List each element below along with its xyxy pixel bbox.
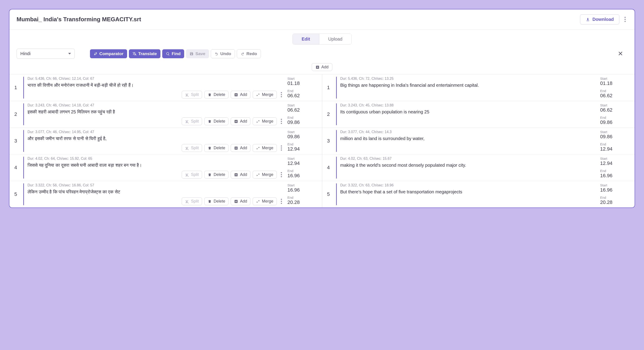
right-pane: 1 Dur: 5.436, Ch: 72, Ch/sec: 13.25 Big … (322, 74, 635, 208)
start-value[interactable]: 16.96 (288, 187, 317, 193)
download-button[interactable]: Download (580, 14, 620, 25)
segment-more-menu[interactable] (279, 198, 284, 205)
start-value[interactable]: 09.86 (288, 134, 317, 140)
start-value[interactable]: 01.18 (288, 80, 317, 86)
merge-button[interactable]: Merge (253, 198, 276, 205)
segment-actions: Split Delete Add Merge (28, 198, 284, 205)
header-more-menu[interactable] (622, 16, 628, 23)
merge-button[interactable]: Merge (253, 144, 276, 152)
segment-row: 5 Dur: 3.322, Ch: 63, Ch/sec: 18.96 But … (322, 181, 635, 208)
tab-edit[interactable]: Edit (293, 34, 319, 44)
segment-text[interactable]: इसकी शहरी आबादी लगभग 25 मिलियन तक पहुंच … (28, 109, 284, 115)
segment-times: Start 01.18 End 06.62 (288, 77, 317, 99)
plus-box-icon (316, 65, 320, 69)
merge-icon (256, 173, 260, 177)
save-icon (190, 52, 194, 56)
start-label: Start (600, 103, 629, 107)
tab-upload[interactable]: Upload (319, 34, 351, 44)
segment-actions: Split Delete Add Merge (28, 171, 284, 179)
segment-number: 5 (324, 183, 332, 205)
start-label: Start (288, 157, 317, 160)
delete-button[interactable]: Delete (204, 91, 228, 99)
add-button[interactable]: Add (231, 144, 250, 152)
delete-button[interactable]: Delete (204, 198, 228, 205)
segment-more-menu[interactable] (279, 117, 284, 125)
add-button[interactable]: Add (231, 171, 250, 179)
undo-icon (214, 52, 218, 56)
segment-text[interactable]: और इसकी जमीन चारों तरफ से पानी से घिरी ह… (28, 135, 284, 142)
start-value[interactable]: 12.94 (288, 160, 317, 166)
start-label: Start (288, 77, 317, 80)
delete-button[interactable]: Delete (204, 117, 228, 125)
start-value: 01.18 (600, 80, 629, 86)
delete-button[interactable]: Delete (204, 144, 228, 152)
segment-number: 4 (324, 157, 332, 179)
split-button[interactable]: Split (182, 171, 202, 179)
close-comparator-button[interactable]: ✕ (613, 50, 628, 57)
split-button[interactable]: Split (182, 198, 202, 205)
merge-icon (256, 93, 260, 97)
segment-body: Dur: 5.436, Ch: 72, Ch/sec: 13.25 Big th… (340, 77, 597, 99)
segment-meta: Dur: 3.243, Ch: 45, Ch/sec: 13.88 (340, 103, 597, 107)
end-value[interactable]: 12.94 (288, 146, 317, 152)
start-label: Start (288, 103, 317, 107)
end-label: End (600, 142, 629, 146)
merge-icon (256, 146, 260, 150)
split-button[interactable]: Split (182, 144, 202, 152)
segment-actions: Split Delete Add Merge (28, 117, 284, 125)
split-button[interactable]: Split (182, 91, 202, 99)
segment-indicator (23, 130, 24, 152)
header: Mumbai_ India's Transforming MEGACITY.sr… (10, 10, 634, 30)
trash-icon (208, 173, 212, 177)
find-button[interactable]: Find (162, 49, 184, 58)
save-button[interactable]: Save (186, 49, 209, 58)
header-actions: Download (580, 14, 628, 25)
segment-body: Dur: 3.322, Ch: 63, Ch/sec: 18.96 But th… (340, 183, 597, 205)
merge-button[interactable]: Merge (253, 117, 276, 125)
start-label: Start (600, 130, 629, 134)
language-select[interactable]: Hindi (16, 49, 75, 59)
toolbar-pills: Comparator Translate Find Save Undo Redo (90, 49, 261, 58)
end-label: End (288, 89, 317, 93)
segment-more-menu[interactable] (279, 144, 284, 152)
segment-row: 3 Dur: 3.077, Ch: 46, Ch/sec: 14.95, Col… (10, 127, 322, 154)
panes: 1 Dur: 5.436, Ch: 66, Ch/sec: 12.14, Col… (10, 74, 634, 208)
plus-box-icon (234, 146, 238, 150)
undo-button[interactable]: Undo (211, 49, 235, 58)
segment-indicator (336, 103, 337, 125)
split-button[interactable]: Split (182, 117, 202, 125)
add-segment-top-button[interactable]: Add (312, 63, 332, 71)
end-label: End (600, 89, 629, 93)
merge-button[interactable]: Merge (253, 91, 276, 99)
segment-text[interactable]: भारत की वित्तीय और मनोरंजन राजधानी में ब… (28, 82, 284, 89)
segment-more-menu[interactable] (279, 171, 284, 179)
delete-button[interactable]: Delete (204, 171, 228, 179)
start-value[interactable]: 06.62 (288, 107, 317, 113)
segment-text[interactable]: लेकिन उम्मीद है कि पांच परिवहन मेगाप्रोज… (28, 189, 284, 195)
scissors-icon (185, 119, 189, 123)
end-value[interactable]: 16.96 (288, 173, 317, 179)
trash-icon (208, 93, 212, 97)
redo-button[interactable]: Redo (237, 49, 261, 58)
add-button[interactable]: Add (231, 91, 250, 99)
segment-text[interactable]: जिससे यह दुनिया का दूसरा सबसे घनी आबादी … (28, 162, 284, 168)
end-value[interactable]: 20.28 (288, 200, 317, 205)
segment-meta: Dur: 5.436, Ch: 66, Ch/sec: 12.14, Col: … (28, 77, 284, 81)
add-button[interactable]: Add (231, 117, 250, 125)
segment-more-menu[interactable] (279, 91, 284, 99)
segment-body: Dur: 5.436, Ch: 66, Ch/sec: 12.14, Col: … (28, 77, 284, 99)
merge-button[interactable]: Merge (253, 171, 276, 179)
end-label: End (288, 116, 317, 119)
segment-meta: Dur: 3.322, Ch: 63, Ch/sec: 18.96 (340, 183, 597, 187)
add-button[interactable]: Add (231, 198, 250, 205)
translate-button[interactable]: Translate (129, 49, 160, 58)
comparator-button[interactable]: Comparator (90, 49, 127, 58)
segment-row: 2 Dur: 3.243, Ch: 45, Ch/sec: 13.88 Its … (322, 101, 635, 127)
end-value[interactable]: 09.86 (288, 119, 317, 125)
segment-times: Start 09.86 End 12.94 (600, 130, 629, 152)
plus-box-icon (234, 119, 238, 123)
end-value[interactable]: 06.62 (288, 93, 317, 99)
segment-indicator (336, 77, 337, 99)
segment-meta: Dur: 3.243, Ch: 46, Ch/sec: 14.18, Col: … (28, 103, 284, 107)
segment-times: Start 16.96 End 20.28 (288, 183, 317, 205)
